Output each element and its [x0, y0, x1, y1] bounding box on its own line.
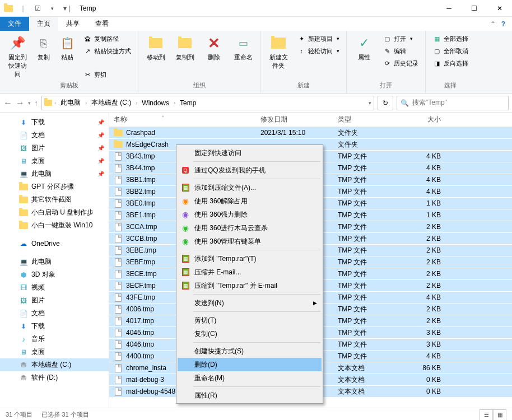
sidebar-item[interactable]: 小白一键重装 Win10 [0, 219, 109, 232]
menu-item[interactable]: 删除(D) [178, 358, 322, 371]
back-button[interactable]: ← [3, 98, 12, 108]
file-size: 4 KB [401, 152, 445, 160]
paste-shortcut-button[interactable]: ↗粘贴快捷方式 [81, 45, 133, 57]
qat-overflow-icon[interactable]: ▾ [46, 2, 58, 15]
chevron-right-icon[interactable]: › [134, 100, 138, 106]
sidebar-item[interactable]: 🎞视频 [0, 281, 109, 294]
up-button[interactable]: ↑ [34, 99, 38, 108]
sidebar-item[interactable]: 🖼图片📌 [0, 142, 109, 155]
column-size[interactable]: 大小 [401, 115, 445, 124]
history-button[interactable]: ⟳历史记录 [380, 58, 421, 69]
chevron-right-icon[interactable]: › [53, 100, 57, 106]
breadcrumb[interactable]: › 此电脑 › 本地磁盘 (C:) › Windows › Temp ▾ [41, 96, 374, 110]
sidebar-item[interactable]: ⬢3D 对象 [0, 268, 109, 281]
menu-item[interactable]: 固定到快速访问 [178, 146, 322, 160]
menu-item-label: 使用 360强力删除 [194, 210, 248, 220]
menu-item[interactable]: 创建快捷方式(S) [178, 344, 322, 358]
menu-item[interactable]: ▦添加到 "Temp.rar"(T) [178, 252, 322, 265]
forward-button[interactable]: → [16, 98, 25, 108]
sidebar-item[interactable]: GPT 分区步骤 [0, 180, 109, 193]
menu-item[interactable]: 复制(C) [178, 327, 322, 340]
sidebar-item[interactable]: ♪音乐 [0, 333, 109, 346]
recent-button[interactable]: ▾ [28, 100, 31, 106]
paste-button[interactable]: 📋 粘贴 [57, 33, 77, 63]
file-icon [114, 152, 123, 161]
menu-item[interactable]: ▦添加到压缩文件(A)... [178, 181, 322, 194]
sidebar-item[interactable]: ☁OneDrive [0, 237, 109, 250]
sidebar-item[interactable]: 小白启动 U 盘制作步 [0, 206, 109, 219]
properties-button[interactable]: ✓属性 [351, 33, 377, 63]
help-icon[interactable]: ? [501, 20, 505, 28]
close-button[interactable]: ✕ [487, 0, 512, 17]
select-all-button[interactable]: ▦全部选择 [430, 33, 471, 44]
menu-item[interactable]: ▦压缩并 E-mail... [178, 265, 322, 279]
column-type[interactable]: 类型 [333, 115, 401, 124]
breadcrumb-dropdown-icon[interactable]: ▾ [369, 100, 371, 106]
maximize-button[interactable]: ☐ [462, 0, 487, 17]
refresh-button[interactable]: ↻ [378, 96, 393, 110]
sidebar-item[interactable]: ⛃软件 (D:) [0, 371, 109, 384]
delete-button[interactable]: ✕删除 [201, 33, 227, 63]
sidebar-item[interactable]: 💻此电脑 [0, 255, 109, 268]
open-button[interactable]: ▢打开▾ [380, 33, 421, 44]
thumbnails-view-button[interactable]: ▦ [493, 409, 506, 421]
sidebar-item[interactable]: 💻此电脑📌 [0, 167, 109, 180]
chevron-right-icon[interactable]: › [173, 100, 176, 106]
move-to-button[interactable]: 移动到 [143, 33, 169, 63]
easy-access-button[interactable]: ↕轻松访问▾ [295, 45, 342, 57]
select-none-button[interactable]: ▢全部取消 [430, 45, 471, 57]
crumb-pc[interactable]: 此电脑 [58, 98, 83, 108]
pin-to-quick-access-button[interactable]: 📌 固定到快速访问 [4, 33, 30, 80]
new-folder-button[interactable]: 新建文件夹 [266, 33, 291, 71]
tab-file[interactable]: 文件 [0, 17, 29, 31]
copy-button[interactable]: ⎘ 复制 [34, 33, 54, 63]
invert-selection-button[interactable]: ◨反向选择 [430, 58, 471, 69]
menu-item[interactable]: ◉使用 360强力删除 [178, 208, 322, 221]
tab-home[interactable]: 主页 [29, 17, 58, 31]
tab-view[interactable]: 查看 [87, 17, 117, 31]
sidebar-item[interactable]: 📄文档📌 [0, 129, 109, 142]
qat-dropdown-icon[interactable]: ▾ | [60, 2, 73, 15]
edit-button[interactable]: ✎编辑 [380, 45, 421, 57]
copy-to-button[interactable]: 复制到 [172, 33, 198, 63]
ribbon-collapse-icon[interactable]: ⌃ [490, 20, 496, 28]
sidebar-item[interactable]: ⬇下载 [0, 320, 109, 333]
sidebar-item[interactable]: 其它软件截图 [0, 193, 109, 206]
menu-item[interactable]: ◉使用 360管理右键菜单 [178, 235, 322, 248]
column-name[interactable]: 名称⌃ [109, 115, 256, 124]
navigation-sidebar: ⬇下载📌📄文档📌🖼图片📌🖥桌面📌💻此电脑📌GPT 分区步骤其它软件截图小白启动 … [0, 113, 109, 408]
qat-checkbox-icon[interactable]: ☑ [31, 2, 44, 15]
menu-item[interactable]: ◉使用 360解除占用 [178, 194, 322, 208]
details-view-button[interactable]: ☰ [480, 409, 493, 421]
menu-item[interactable]: 发送到(N)▶ [178, 296, 322, 310]
chevron-right-icon[interactable]: › [84, 100, 88, 106]
menu-item[interactable]: Q通过QQ发送到我的手机 [178, 164, 322, 177]
crumb-windows[interactable]: Windows [139, 99, 171, 107]
sidebar-item[interactable]: ⛃本地磁盘 (C:) [0, 358, 109, 371]
rename-button[interactable]: ▭重命名 [230, 33, 256, 63]
sidebar-item[interactable]: ⬇下载📌 [0, 116, 109, 129]
sidebar-item[interactable]: 🖥桌面 [0, 346, 109, 358]
cut-button[interactable]: ✂剪切 [81, 69, 133, 80]
tab-share[interactable]: 共享 [58, 17, 87, 31]
sidebar-item[interactable]: 📄文档 [0, 307, 109, 320]
menu-item[interactable]: 重命名(M) [178, 371, 322, 385]
column-date[interactable]: 修改日期 [256, 115, 333, 124]
rar-icon: ▦ [181, 281, 190, 290]
crumb-temp[interactable]: Temp [178, 99, 198, 107]
menu-item-label: 压缩并 E-mail... [194, 268, 241, 277]
new-item-button[interactable]: ✦新建项目▾ [295, 33, 342, 44]
menu-item[interactable]: 剪切(T) [178, 314, 322, 327]
crumb-c[interactable]: 本地磁盘 (C:) [89, 98, 133, 108]
sidebar-item[interactable]: 🖥桌面📌 [0, 155, 109, 167]
sidebar-item[interactable]: 🖼图片 [0, 294, 109, 307]
table-row[interactable]: Crashpad2021/3/1 15:10文件夹 [109, 127, 512, 139]
menu-item[interactable]: ◉使用 360进行木马云查杀 [178, 221, 322, 235]
minimize-button[interactable]: ─ [436, 0, 462, 17]
menu-item[interactable]: ▦压缩到 "Temp.rar" 并 E-mail [178, 279, 322, 292]
file-type: 文本文档 [333, 375, 401, 385]
search-input[interactable]: 🔍 搜索"Temp" [397, 96, 509, 110]
copy-path-button[interactable]: 🛣复制路径 [81, 33, 133, 44]
rename-icon: ▭ [234, 34, 252, 52]
menu-item[interactable]: 属性(R) [178, 389, 322, 402]
